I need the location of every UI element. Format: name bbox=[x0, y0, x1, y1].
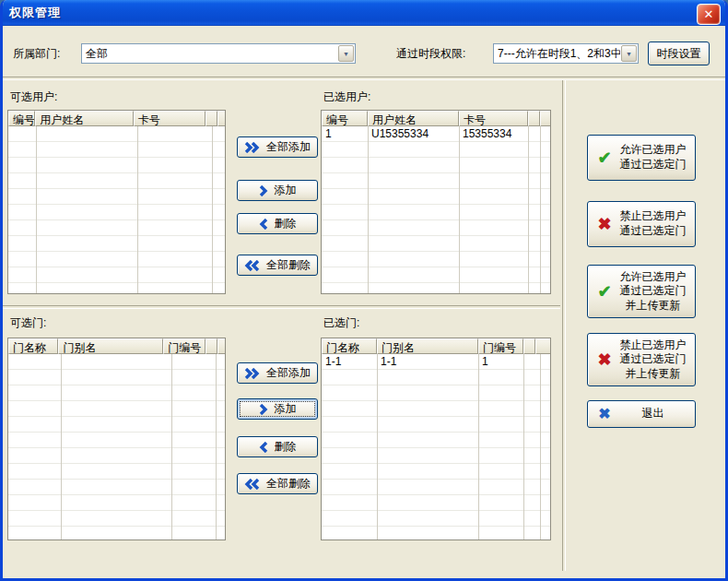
department-combobox[interactable]: 全部 ▼ bbox=[81, 43, 356, 64]
column-header[interactable] bbox=[205, 111, 217, 126]
users-remove-button[interactable]: 删除 bbox=[237, 213, 318, 234]
selected-users-table[interactable]: 编号 用户姓名 卡号 1 U15355334 15355334 bbox=[321, 110, 551, 294]
user-card-cell: 15355334 bbox=[459, 126, 528, 142]
column-header[interactable]: 门名称 bbox=[8, 338, 58, 354]
period-settings-button[interactable]: 时段设置 bbox=[648, 42, 710, 65]
close-icon: ✕ bbox=[704, 7, 714, 21]
cross-icon: ✖ bbox=[594, 407, 615, 421]
period-permission-value: 7---允许在时段1、2和3中通过 bbox=[494, 44, 620, 63]
deny-users-button[interactable]: ✖ 禁止已选用户通过已选定门 bbox=[587, 201, 696, 247]
double-chevron-left-icon bbox=[244, 260, 260, 271]
deny-users-upload-label: 禁止已选用户通过已选定门并上传更新 bbox=[615, 338, 691, 382]
deny-users-upload-button[interactable]: ✖ 禁止已选用户通过已选定门并上传更新 bbox=[587, 333, 696, 386]
available-users-label: 可选用户: bbox=[10, 89, 57, 105]
chevron-left-icon bbox=[259, 219, 268, 230]
department-label: 所属部门: bbox=[13, 46, 60, 62]
column-header[interactable]: 卡号 bbox=[459, 111, 528, 126]
column-header[interactable] bbox=[523, 338, 535, 354]
right-panel-divider bbox=[562, 80, 566, 571]
users-add-button[interactable]: 添加 bbox=[237, 180, 318, 201]
exit-label: 退出 bbox=[615, 407, 691, 421]
selected-doors-table[interactable]: 门名称 门别名 门编号 1-1 1-1 1 bbox=[321, 338, 551, 540]
period-permission-label: 通过时段权限: bbox=[396, 46, 465, 62]
available-users-table[interactable]: 编号 用户姓名 卡号 bbox=[7, 110, 226, 294]
allow-users-upload-button[interactable]: ✔ 允许已选用户通过已选定门 并上传更新 bbox=[587, 265, 696, 318]
column-header-filler bbox=[217, 111, 225, 126]
chevron-right-icon bbox=[259, 404, 268, 415]
deny-users-label: 禁止已选用户通过已选定门 bbox=[615, 209, 691, 238]
door-alias-cell: 1-1 bbox=[377, 354, 478, 370]
double-chevron-right-icon bbox=[244, 368, 260, 379]
exit-button[interactable]: ✖ 退出 bbox=[587, 400, 696, 428]
dialog-body: 所属部门: 全部 ▼ 通过时段权限: 7---允许在时段1、2和3中通过 ▼ 时… bbox=[3, 26, 725, 578]
table-body[interactable]: 1 U15355334 15355334 bbox=[322, 126, 550, 293]
column-header[interactable]: 门编号 bbox=[163, 338, 205, 354]
doors-add-all-button[interactable]: 全部添加 bbox=[237, 362, 318, 384]
remove-all-label: 全部删除 bbox=[266, 476, 311, 492]
users-add-all-button[interactable]: 全部添加 bbox=[237, 136, 318, 158]
add-label: 添加 bbox=[275, 401, 297, 417]
period-settings-label: 时段设置 bbox=[657, 46, 701, 62]
check-icon: ✔ bbox=[594, 283, 615, 300]
table-body[interactable] bbox=[8, 354, 225, 540]
column-header[interactable]: 用户姓名 bbox=[368, 111, 459, 126]
column-header[interactable]: 门别名 bbox=[58, 338, 163, 354]
close-button[interactable]: ✕ bbox=[697, 4, 721, 25]
top-divider bbox=[3, 77, 725, 80]
table-header[interactable]: 编号 用户姓名 卡号 bbox=[8, 111, 225, 126]
allow-users-label: 允许已选用户通过已选定门 bbox=[615, 143, 691, 172]
double-chevron-right-icon bbox=[244, 142, 260, 153]
table-body[interactable] bbox=[8, 126, 225, 293]
cross-icon: ✖ bbox=[594, 351, 615, 368]
user-id-cell: 1 bbox=[322, 126, 368, 142]
department-value: 全部 bbox=[82, 44, 337, 63]
title-bar[interactable]: 权限管理 ✕ bbox=[0, 0, 728, 26]
doors-add-button[interactable]: 添加 bbox=[237, 398, 318, 420]
column-header[interactable]: 门编号 bbox=[478, 338, 523, 354]
add-label: 添加 bbox=[275, 183, 297, 198]
column-header-filler bbox=[217, 338, 225, 354]
table-body[interactable]: 1-1 1-1 1 bbox=[322, 354, 550, 540]
column-header[interactable] bbox=[205, 338, 217, 354]
selected-doors-label: 已选门: bbox=[323, 315, 359, 331]
permission-management-window: 权限管理 ✕ 所属部门: 全部 ▼ 通过时段权限: 7---允许在时段1、2和3… bbox=[0, 0, 728, 581]
selected-users-label: 已选用户: bbox=[323, 89, 370, 105]
add-all-label: 全部添加 bbox=[266, 365, 311, 381]
table-row[interactable]: 1-1 1-1 1 bbox=[322, 354, 550, 370]
check-icon: ✔ bbox=[594, 149, 615, 166]
column-header[interactable]: 编号 bbox=[8, 111, 35, 126]
column-header[interactable]: 编号 bbox=[322, 111, 368, 126]
column-header[interactable]: 卡号 bbox=[134, 111, 205, 126]
remove-label: 删除 bbox=[275, 216, 297, 231]
department-dropdown-button[interactable]: ▼ bbox=[338, 45, 354, 62]
chevron-down-icon: ▼ bbox=[626, 51, 632, 57]
table-header[interactable]: 编号 用户姓名 卡号 bbox=[322, 111, 550, 126]
period-permission-combobox[interactable]: 7---允许在时段1、2和3中通过 ▼ bbox=[493, 43, 639, 64]
double-chevron-left-icon bbox=[244, 479, 260, 490]
period-dropdown-button[interactable]: ▼ bbox=[621, 45, 637, 62]
table-header[interactable]: 门名称 门别名 门编号 bbox=[8, 338, 225, 354]
cross-icon: ✖ bbox=[594, 216, 615, 232]
add-all-label: 全部添加 bbox=[266, 139, 311, 155]
available-doors-table[interactable]: 门名称 门别名 门编号 bbox=[7, 338, 226, 540]
column-header[interactable]: 用户姓名 bbox=[35, 111, 133, 126]
column-header[interactable] bbox=[528, 111, 540, 126]
allow-users-upload-label: 允许已选用户通过已选定门 并上传更新 bbox=[615, 270, 691, 314]
column-header-filler bbox=[535, 338, 550, 354]
doors-remove-button[interactable]: 删除 bbox=[237, 436, 318, 457]
chevron-left-icon bbox=[259, 442, 268, 453]
user-name-cell: U15355334 bbox=[368, 126, 459, 142]
chevron-right-icon bbox=[259, 185, 268, 196]
door-name-cell: 1-1 bbox=[322, 354, 377, 370]
table-row[interactable]: 1 U15355334 15355334 bbox=[322, 126, 550, 142]
table-header[interactable]: 门名称 门别名 门编号 bbox=[322, 338, 550, 354]
door-number-cell: 1 bbox=[478, 354, 523, 370]
column-header[interactable]: 门别名 bbox=[377, 338, 478, 354]
column-header[interactable]: 门名称 bbox=[322, 338, 377, 354]
column-header-filler bbox=[540, 111, 550, 126]
allow-users-button[interactable]: ✔ 允许已选用户通过已选定门 bbox=[587, 135, 696, 181]
doors-remove-all-button[interactable]: 全部删除 bbox=[237, 473, 318, 494]
users-remove-all-button[interactable]: 全部删除 bbox=[237, 255, 318, 276]
window-title: 权限管理 bbox=[0, 5, 61, 21]
remove-label: 删除 bbox=[275, 439, 297, 455]
